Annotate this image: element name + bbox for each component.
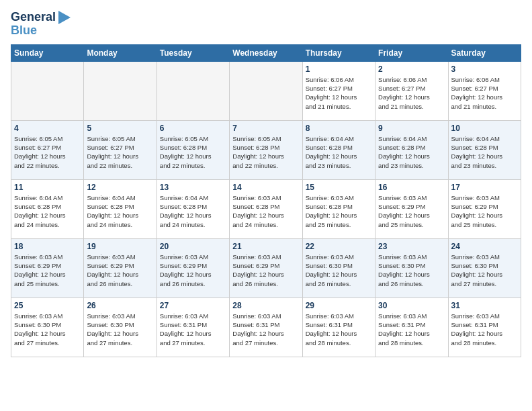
calendar-cell: 7Sunrise: 6:05 AMSunset: 6:28 PMDaylight… xyxy=(230,120,302,179)
day-info: Sunrise: 6:05 AMSunset: 6:28 PMDaylight:… xyxy=(160,134,226,170)
day-info: Sunrise: 6:03 AMSunset: 6:30 PMDaylight:… xyxy=(306,253,372,288)
day-info: Sunrise: 6:03 AMSunset: 6:29 PMDaylight:… xyxy=(160,253,226,288)
calendar-cell xyxy=(230,61,302,120)
day-number: 6 xyxy=(160,124,226,133)
day-number: 10 xyxy=(451,124,518,133)
day-number: 17 xyxy=(451,183,518,192)
calendar-week-2: 11Sunrise: 6:04 AMSunset: 6:28 PMDayligh… xyxy=(11,179,521,238)
day-info: Sunrise: 6:03 AMSunset: 6:29 PMDaylight:… xyxy=(451,193,518,229)
page-header: General Blue xyxy=(11,11,521,38)
calendar-header-wednesday: Wednesday xyxy=(230,44,302,61)
day-number: 11 xyxy=(14,183,81,192)
calendar-cell xyxy=(157,61,229,120)
calendar-cell: 1Sunrise: 6:06 AMSunset: 6:27 PMDaylight… xyxy=(302,61,375,120)
calendar-cell: 29Sunrise: 6:03 AMSunset: 6:31 PMDayligh… xyxy=(302,298,375,357)
calendar-header-friday: Friday xyxy=(375,44,448,61)
day-number: 24 xyxy=(451,242,518,251)
logo-text-line2: Blue xyxy=(11,24,37,38)
day-info: Sunrise: 6:04 AMSunset: 6:28 PMDaylight:… xyxy=(451,134,518,170)
day-number: 21 xyxy=(232,242,299,251)
day-number: 22 xyxy=(306,242,372,251)
day-number: 12 xyxy=(87,183,153,192)
day-number: 14 xyxy=(232,183,299,192)
calendar-header-tuesday: Tuesday xyxy=(157,44,229,61)
day-number: 8 xyxy=(306,124,372,133)
calendar-cell: 13Sunrise: 6:04 AMSunset: 6:28 PMDayligh… xyxy=(157,179,229,238)
day-number: 7 xyxy=(232,124,299,133)
day-info: Sunrise: 6:03 AMSunset: 6:31 PMDaylight:… xyxy=(306,312,372,347)
day-info: Sunrise: 6:05 AMSunset: 6:27 PMDaylight:… xyxy=(14,134,81,170)
calendar-header-saturday: Saturday xyxy=(448,44,521,61)
calendar-cell: 18Sunrise: 6:03 AMSunset: 6:29 PMDayligh… xyxy=(11,238,84,298)
day-info: Sunrise: 6:04 AMSunset: 6:28 PMDaylight:… xyxy=(160,193,226,229)
day-number: 29 xyxy=(306,301,372,310)
day-number: 18 xyxy=(14,242,81,251)
calendar-cell: 9Sunrise: 6:04 AMSunset: 6:28 PMDaylight… xyxy=(375,120,448,179)
day-info: Sunrise: 6:04 AMSunset: 6:28 PMDaylight:… xyxy=(87,193,153,229)
calendar-cell: 22Sunrise: 6:03 AMSunset: 6:30 PMDayligh… xyxy=(302,238,375,298)
day-info: Sunrise: 6:03 AMSunset: 6:31 PMDaylight:… xyxy=(378,312,445,347)
day-number: 13 xyxy=(160,183,226,192)
day-number: 28 xyxy=(232,301,299,310)
calendar-cell: 12Sunrise: 6:04 AMSunset: 6:28 PMDayligh… xyxy=(84,179,157,238)
day-number: 30 xyxy=(378,301,445,310)
day-number: 25 xyxy=(14,301,81,310)
calendar-cell: 3Sunrise: 6:06 AMSunset: 6:27 PMDaylight… xyxy=(448,61,521,120)
day-info: Sunrise: 6:03 AMSunset: 6:29 PMDaylight:… xyxy=(378,193,445,229)
day-number: 26 xyxy=(87,301,153,310)
day-number: 15 xyxy=(306,183,372,192)
day-info: Sunrise: 6:04 AMSunset: 6:28 PMDaylight:… xyxy=(14,193,81,229)
calendar-cell: 28Sunrise: 6:03 AMSunset: 6:31 PMDayligh… xyxy=(230,298,302,357)
day-info: Sunrise: 6:06 AMSunset: 6:27 PMDaylight:… xyxy=(451,75,518,111)
day-info: Sunrise: 6:03 AMSunset: 6:29 PMDaylight:… xyxy=(232,253,299,288)
day-info: Sunrise: 6:03 AMSunset: 6:29 PMDaylight:… xyxy=(14,253,81,288)
day-number: 23 xyxy=(378,242,445,251)
day-number: 20 xyxy=(160,242,226,251)
day-info: Sunrise: 6:06 AMSunset: 6:27 PMDaylight:… xyxy=(306,75,372,111)
day-info: Sunrise: 6:04 AMSunset: 6:28 PMDaylight:… xyxy=(378,134,445,170)
calendar-cell: 6Sunrise: 6:05 AMSunset: 6:28 PMDaylight… xyxy=(157,120,229,179)
calendar-header-monday: Monday xyxy=(84,44,157,61)
day-info: Sunrise: 6:05 AMSunset: 6:27 PMDaylight:… xyxy=(87,134,153,170)
calendar-header-row: SundayMondayTuesdayWednesdayThursdayFrid… xyxy=(11,44,521,61)
day-number: 2 xyxy=(378,64,445,74)
calendar-cell xyxy=(11,61,84,120)
day-info: Sunrise: 6:03 AMSunset: 6:31 PMDaylight:… xyxy=(451,312,518,347)
day-info: Sunrise: 6:05 AMSunset: 6:28 PMDaylight:… xyxy=(232,134,299,170)
calendar-cell: 24Sunrise: 6:03 AMSunset: 6:30 PMDayligh… xyxy=(448,238,521,298)
logo: General Blue xyxy=(11,11,71,38)
day-info: Sunrise: 6:03 AMSunset: 6:28 PMDaylight:… xyxy=(306,193,372,229)
day-number: 1 xyxy=(306,64,372,74)
day-number: 31 xyxy=(451,301,518,310)
day-number: 3 xyxy=(451,64,518,74)
calendar-header-thursday: Thursday xyxy=(302,44,375,61)
day-info: Sunrise: 6:03 AMSunset: 6:28 PMDaylight:… xyxy=(232,193,299,229)
day-info: Sunrise: 6:03 AMSunset: 6:30 PMDaylight:… xyxy=(87,312,153,347)
calendar-cell: 17Sunrise: 6:03 AMSunset: 6:29 PMDayligh… xyxy=(448,179,521,238)
day-info: Sunrise: 6:03 AMSunset: 6:30 PMDaylight:… xyxy=(378,253,445,288)
day-info: Sunrise: 6:03 AMSunset: 6:30 PMDaylight:… xyxy=(14,312,81,347)
calendar-cell: 10Sunrise: 6:04 AMSunset: 6:28 PMDayligh… xyxy=(448,120,521,179)
calendar-cell: 26Sunrise: 6:03 AMSunset: 6:30 PMDayligh… xyxy=(84,298,157,357)
calendar-cell: 31Sunrise: 6:03 AMSunset: 6:31 PMDayligh… xyxy=(448,298,521,357)
day-info: Sunrise: 6:06 AMSunset: 6:27 PMDaylight:… xyxy=(378,75,445,111)
calendar-cell: 8Sunrise: 6:04 AMSunset: 6:28 PMDaylight… xyxy=(302,120,375,179)
day-number: 19 xyxy=(87,242,153,251)
day-info: Sunrise: 6:04 AMSunset: 6:28 PMDaylight:… xyxy=(306,134,372,170)
calendar-cell: 14Sunrise: 6:03 AMSunset: 6:28 PMDayligh… xyxy=(230,179,302,238)
calendar-cell: 23Sunrise: 6:03 AMSunset: 6:30 PMDayligh… xyxy=(375,238,448,298)
calendar-cell: 27Sunrise: 6:03 AMSunset: 6:31 PMDayligh… xyxy=(157,298,229,357)
logo-text-line1: General xyxy=(11,11,56,24)
calendar-cell: 21Sunrise: 6:03 AMSunset: 6:29 PMDayligh… xyxy=(230,238,302,298)
calendar-cell: 25Sunrise: 6:03 AMSunset: 6:30 PMDayligh… xyxy=(11,298,84,357)
calendar-cell: 16Sunrise: 6:03 AMSunset: 6:29 PMDayligh… xyxy=(375,179,448,238)
day-info: Sunrise: 6:03 AMSunset: 6:31 PMDaylight:… xyxy=(160,312,226,347)
calendar-cell xyxy=(84,61,157,120)
day-info: Sunrise: 6:03 AMSunset: 6:29 PMDaylight:… xyxy=(87,253,153,288)
day-number: 4 xyxy=(14,124,81,133)
calendar-cell: 5Sunrise: 6:05 AMSunset: 6:27 PMDaylight… xyxy=(84,120,157,179)
calendar-cell: 30Sunrise: 6:03 AMSunset: 6:31 PMDayligh… xyxy=(375,298,448,357)
calendar-week-4: 25Sunrise: 6:03 AMSunset: 6:30 PMDayligh… xyxy=(11,298,521,357)
logo-arrow-icon xyxy=(58,11,71,24)
day-number: 27 xyxy=(160,301,226,310)
